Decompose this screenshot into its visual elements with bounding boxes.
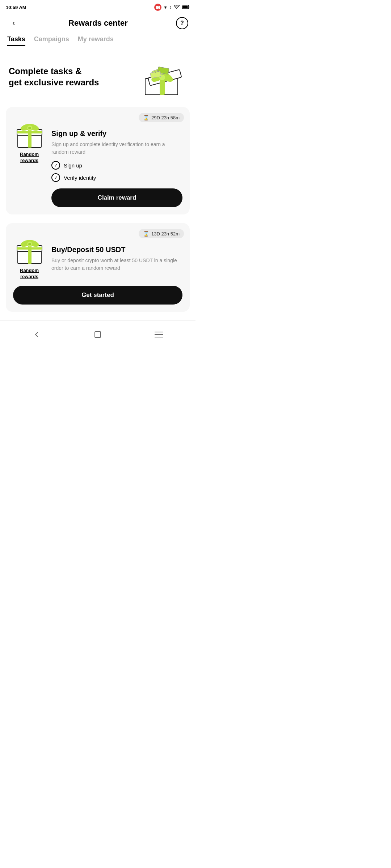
tab-my-rewards[interactable]: My rewards: [78, 35, 114, 46]
card-1-title: Sign up & verify: [51, 129, 182, 138]
svg-point-23: [28, 127, 31, 129]
timer-badge-1: ⌛ 29D 23h 58m: [139, 113, 184, 122]
card-2-content: Buy/Deposit 50 USDT Buy or deposit crypt…: [51, 235, 182, 277]
page-title: Rewards center: [68, 18, 128, 28]
card-2-desc: Buy or deposit crypto worth at least 50 …: [51, 257, 182, 272]
hero-section: Complete tasks & get exclusive rewards: [0, 55, 196, 107]
timer-icon-1: ⌛: [143, 115, 149, 120]
claim-reward-button[interactable]: Claim reward: [51, 188, 182, 207]
card-1-body: Randomrewards Sign up & verify Sign up a…: [13, 119, 182, 207]
svg-rect-27: [17, 247, 42, 250]
checklist-label-verify: Verify identity: [64, 175, 96, 181]
card-2-title: Buy/Deposit 50 USDT: [51, 246, 182, 254]
nav-menu-button[interactable]: [151, 327, 167, 342]
help-button[interactable]: ?: [176, 17, 188, 29]
card-1-checklist: ✓ Sign up ✓ Verify identity: [51, 161, 182, 182]
svg-rect-3: [182, 5, 188, 8]
hero-text: Complete tasks & get exclusive rewards: [9, 65, 136, 88]
card-2-reward-label: Randomrewards: [20, 268, 39, 280]
svg-point-31: [28, 243, 31, 245]
status-time: 10:59 AM: [6, 5, 26, 10]
card-1-gift-col: Randomrewards: [13, 119, 46, 164]
svg-marker-1: [159, 6, 160, 9]
svg-rect-7: [160, 78, 165, 95]
svg-rect-32: [95, 332, 101, 337]
svg-rect-0: [156, 6, 159, 9]
checklist-label-signup: Sign up: [64, 162, 82, 169]
card-1-reward-label: Randomrewards: [20, 152, 39, 164]
card-1-desc: Sign up and complete identity verificati…: [51, 141, 182, 156]
signal-icon: ↕: [169, 5, 172, 10]
timer-icon-2: ⌛: [143, 231, 149, 237]
timer-badge-2: ⌛ 13D 23h 52m: [139, 229, 184, 238]
status-icons: ∗ ↕: [154, 4, 190, 11]
check-icon-signup: ✓: [51, 161, 60, 170]
tab-tasks[interactable]: Tasks: [7, 35, 25, 46]
card-2-body: Randomrewards Buy/Deposit 50 USDT Buy or…: [13, 235, 182, 280]
tab-campaigns[interactable]: Campaigns: [34, 35, 69, 46]
get-started-button[interactable]: Get started: [13, 286, 182, 305]
recording-icon: [154, 4, 161, 11]
nav-back-button[interactable]: [29, 327, 45, 342]
checklist-item-signup: ✓ Sign up: [51, 161, 182, 170]
bluetooth-icon: ∗: [164, 5, 167, 10]
sign-up-card: ⌛ 29D 23h 58m: [6, 107, 190, 214]
battery-icon: [182, 5, 190, 10]
check-icon-verify: ✓: [51, 173, 60, 182]
deposit-card: ⌛ 13D 23h 52m Randomrewards Buy/Deposit …: [6, 223, 190, 312]
status-bar: 10:59 AM ∗ ↕: [0, 0, 196, 13]
back-button[interactable]: ‹: [7, 17, 20, 30]
nav-home-button[interactable]: [90, 327, 106, 342]
bottom-nav: [0, 320, 196, 348]
tab-bar: Tasks Campaigns My rewards: [0, 35, 196, 46]
timer-text-1: 29D 23h 58m: [151, 115, 180, 120]
wifi-icon: [174, 5, 180, 10]
hero-heading: Complete tasks & get exclusive rewards: [9, 65, 136, 88]
hero-image: [136, 55, 187, 98]
card-2-gift-col: Randomrewards: [13, 235, 46, 280]
timer-text-2: 13D 23h 52m: [151, 231, 180, 237]
header: ‹ Rewards center ?: [0, 13, 196, 35]
card-1-content: Sign up & verify Sign up and complete id…: [51, 119, 182, 207]
checklist-item-verify: ✓ Verify identity: [51, 173, 182, 182]
svg-rect-19: [17, 131, 42, 133]
